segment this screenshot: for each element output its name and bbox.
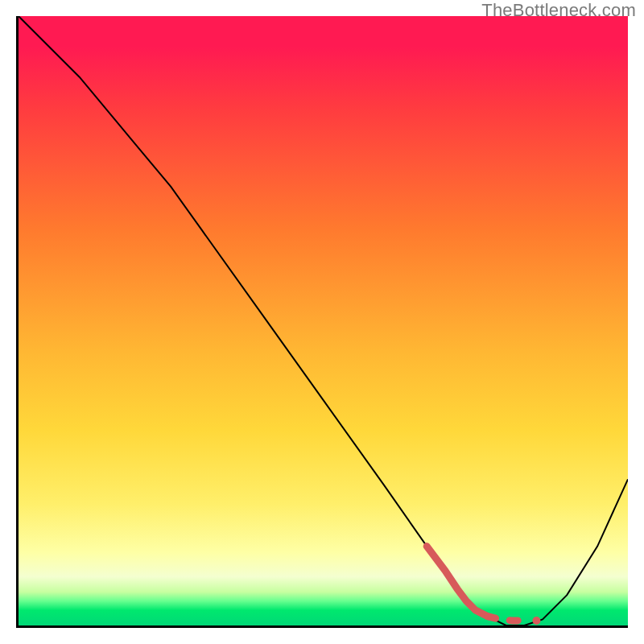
lines-layer bbox=[19, 16, 628, 625]
bottleneck-chart: TheBottleneck.com bbox=[0, 0, 644, 644]
highlight-solid bbox=[427, 547, 488, 617]
highlight-dot bbox=[532, 617, 540, 625]
plot-area bbox=[16, 16, 628, 628]
main-curve-path bbox=[19, 16, 628, 625]
highlight-group bbox=[427, 547, 540, 625]
main-curve-group bbox=[19, 16, 628, 625]
highlight-dash bbox=[488, 617, 524, 621]
